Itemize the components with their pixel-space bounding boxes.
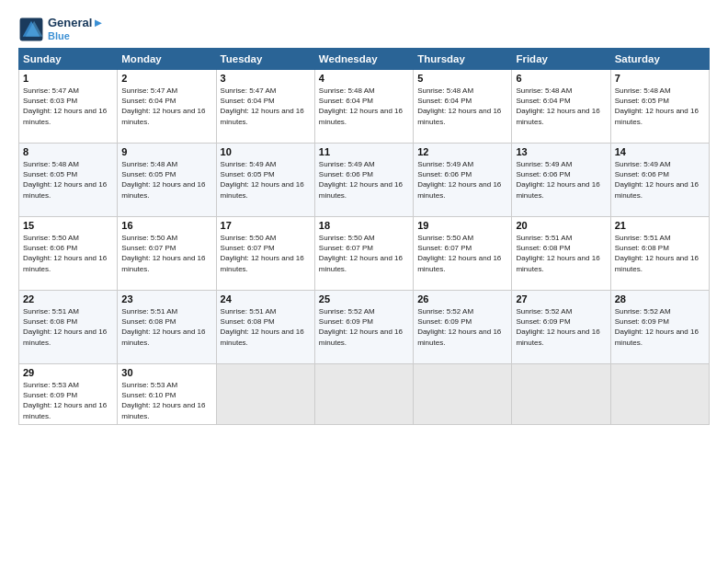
day-number: 5 xyxy=(417,73,507,84)
day-number: 2 xyxy=(121,73,211,84)
calendar-cell: 5 Sunrise: 5:48 AM Sunset: 6:04 PM Dayli… xyxy=(414,70,512,144)
calendar-cell: 8 Sunrise: 5:48 AM Sunset: 6:05 PM Dayli… xyxy=(19,144,118,217)
calendar-cell: 29 Sunrise: 5:53 AM Sunset: 6:09 PM Dayl… xyxy=(19,364,118,425)
col-monday: Monday xyxy=(118,49,216,70)
day-info: Sunrise: 5:51 AM Sunset: 6:08 PM Dayligh… xyxy=(615,233,705,274)
day-number: 12 xyxy=(417,146,507,157)
day-info: Sunrise: 5:49 AM Sunset: 6:06 PM Dayligh… xyxy=(516,159,606,201)
day-info: Sunrise: 5:50 AM Sunset: 6:07 PM Dayligh… xyxy=(121,233,211,274)
day-info: Sunrise: 5:53 AM Sunset: 6:09 PM Dayligh… xyxy=(23,380,113,421)
calendar-cell: 13 Sunrise: 5:49 AM Sunset: 6:06 PM Dayl… xyxy=(512,144,610,217)
col-wednesday: Wednesday xyxy=(314,49,413,70)
calendar-cell: 10 Sunrise: 5:49 AM Sunset: 6:05 PM Dayl… xyxy=(216,144,314,217)
day-info: Sunrise: 5:48 AM Sunset: 6:05 PM Dayligh… xyxy=(23,159,113,201)
day-number: 18 xyxy=(319,220,409,231)
calendar-cell: 6 Sunrise: 5:48 AM Sunset: 6:04 PM Dayli… xyxy=(512,70,610,144)
calendar-cell: 11 Sunrise: 5:49 AM Sunset: 6:06 PM Dayl… xyxy=(314,144,413,217)
day-number: 21 xyxy=(615,220,705,231)
calendar-week-2: 8 Sunrise: 5:48 AM Sunset: 6:05 PM Dayli… xyxy=(19,144,710,217)
calendar-cell: 30 Sunrise: 5:53 AM Sunset: 6:10 PM Dayl… xyxy=(118,364,216,425)
day-number: 10 xyxy=(221,146,311,157)
day-info: Sunrise: 5:48 AM Sunset: 6:05 PM Dayligh… xyxy=(121,159,211,201)
calendar-cell: 28 Sunrise: 5:52 AM Sunset: 6:09 PM Dayl… xyxy=(610,291,709,364)
day-number: 14 xyxy=(615,146,705,157)
day-number: 23 xyxy=(121,293,211,304)
day-info: Sunrise: 5:52 AM Sunset: 6:09 PM Dayligh… xyxy=(319,306,409,348)
day-info: Sunrise: 5:47 AM Sunset: 6:04 PM Dayligh… xyxy=(221,86,311,127)
day-info: Sunrise: 5:49 AM Sunset: 6:05 PM Dayligh… xyxy=(221,159,311,201)
day-number: 4 xyxy=(319,73,409,84)
calendar-cell: 25 Sunrise: 5:52 AM Sunset: 6:09 PM Dayl… xyxy=(314,291,413,364)
col-thursday: Thursday xyxy=(414,49,512,70)
day-info: Sunrise: 5:53 AM Sunset: 6:10 PM Dayligh… xyxy=(121,380,211,421)
calendar-cell: 14 Sunrise: 5:49 AM Sunset: 6:06 PM Dayl… xyxy=(610,144,709,217)
calendar-cell: 23 Sunrise: 5:51 AM Sunset: 6:08 PM Dayl… xyxy=(118,291,216,364)
calendar-cell: 15 Sunrise: 5:50 AM Sunset: 6:06 PM Dayl… xyxy=(19,217,118,291)
col-saturday: Saturday xyxy=(610,49,709,70)
header: General► Blue xyxy=(18,17,710,42)
day-number: 22 xyxy=(23,293,113,304)
calendar-cell: 1 Sunrise: 5:47 AM Sunset: 6:03 PM Dayli… xyxy=(19,70,118,144)
calendar-cell xyxy=(216,364,314,425)
calendar-cell: 3 Sunrise: 5:47 AM Sunset: 6:04 PM Dayli… xyxy=(216,70,314,144)
day-info: Sunrise: 5:50 AM Sunset: 6:07 PM Dayligh… xyxy=(417,233,507,274)
calendar-table: Sunday Monday Tuesday Wednesday Thursday… xyxy=(18,48,710,425)
day-info: Sunrise: 5:48 AM Sunset: 6:04 PM Dayligh… xyxy=(319,86,409,127)
day-info: Sunrise: 5:49 AM Sunset: 6:06 PM Dayligh… xyxy=(319,159,409,201)
calendar-cell: 17 Sunrise: 5:50 AM Sunset: 6:07 PM Dayl… xyxy=(216,217,314,291)
calendar-cell: 26 Sunrise: 5:52 AM Sunset: 6:09 PM Dayl… xyxy=(414,291,512,364)
calendar-cell: 12 Sunrise: 5:49 AM Sunset: 6:06 PM Dayl… xyxy=(414,144,512,217)
calendar-week-5: 29 Sunrise: 5:53 AM Sunset: 6:09 PM Dayl… xyxy=(19,364,710,425)
day-info: Sunrise: 5:47 AM Sunset: 6:04 PM Dayligh… xyxy=(121,86,211,127)
calendar-cell: 16 Sunrise: 5:50 AM Sunset: 6:07 PM Dayl… xyxy=(118,217,216,291)
day-info: Sunrise: 5:52 AM Sunset: 6:09 PM Dayligh… xyxy=(615,306,705,348)
logo: General► Blue xyxy=(18,17,104,42)
calendar-cell: 27 Sunrise: 5:52 AM Sunset: 6:09 PM Dayl… xyxy=(512,291,610,364)
col-tuesday: Tuesday xyxy=(216,49,314,70)
calendar-week-1: 1 Sunrise: 5:47 AM Sunset: 6:03 PM Dayli… xyxy=(19,70,710,144)
day-info: Sunrise: 5:50 AM Sunset: 6:06 PM Dayligh… xyxy=(23,233,113,274)
calendar-week-3: 15 Sunrise: 5:50 AM Sunset: 6:06 PM Dayl… xyxy=(19,217,710,291)
day-info: Sunrise: 5:52 AM Sunset: 6:09 PM Dayligh… xyxy=(417,306,507,348)
day-number: 8 xyxy=(23,146,113,157)
day-info: Sunrise: 5:51 AM Sunset: 6:08 PM Dayligh… xyxy=(221,306,311,348)
day-info: Sunrise: 5:51 AM Sunset: 6:08 PM Dayligh… xyxy=(516,233,606,274)
day-number: 9 xyxy=(121,146,211,157)
day-info: Sunrise: 5:51 AM Sunset: 6:08 PM Dayligh… xyxy=(121,306,211,348)
day-number: 11 xyxy=(319,146,409,157)
day-number: 16 xyxy=(121,220,211,231)
calendar-cell: 18 Sunrise: 5:50 AM Sunset: 6:07 PM Dayl… xyxy=(314,217,413,291)
day-number: 30 xyxy=(121,367,211,378)
day-number: 28 xyxy=(615,293,705,304)
day-number: 15 xyxy=(23,220,113,231)
day-number: 19 xyxy=(417,220,507,231)
day-info: Sunrise: 5:49 AM Sunset: 6:06 PM Dayligh… xyxy=(615,159,705,201)
day-info: Sunrise: 5:51 AM Sunset: 6:08 PM Dayligh… xyxy=(23,306,113,348)
calendar-cell: 2 Sunrise: 5:47 AM Sunset: 6:04 PM Dayli… xyxy=(118,70,216,144)
calendar-cell: 4 Sunrise: 5:48 AM Sunset: 6:04 PM Dayli… xyxy=(314,70,413,144)
day-number: 6 xyxy=(516,73,606,84)
day-number: 29 xyxy=(23,367,113,378)
calendar-cell: 9 Sunrise: 5:48 AM Sunset: 6:05 PM Dayli… xyxy=(118,144,216,217)
calendar-cell xyxy=(512,364,610,425)
day-number: 24 xyxy=(221,293,311,304)
day-number: 1 xyxy=(23,73,113,84)
day-number: 3 xyxy=(221,73,311,84)
day-number: 25 xyxy=(319,293,409,304)
calendar-cell xyxy=(414,364,512,425)
day-info: Sunrise: 5:47 AM Sunset: 6:03 PM Dayligh… xyxy=(23,86,113,127)
calendar-cell xyxy=(314,364,413,425)
day-info: Sunrise: 5:52 AM Sunset: 6:09 PM Dayligh… xyxy=(516,306,606,348)
calendar-cell: 7 Sunrise: 5:48 AM Sunset: 6:05 PM Dayli… xyxy=(610,70,709,144)
day-info: Sunrise: 5:50 AM Sunset: 6:07 PM Dayligh… xyxy=(319,233,409,274)
day-number: 17 xyxy=(221,220,311,231)
day-info: Sunrise: 5:48 AM Sunset: 6:04 PM Dayligh… xyxy=(516,86,606,127)
day-info: Sunrise: 5:48 AM Sunset: 6:05 PM Dayligh… xyxy=(615,86,705,127)
day-number: 13 xyxy=(516,146,606,157)
calendar-cell: 20 Sunrise: 5:51 AM Sunset: 6:08 PM Dayl… xyxy=(512,217,610,291)
calendar-cell: 21 Sunrise: 5:51 AM Sunset: 6:08 PM Dayl… xyxy=(610,217,709,291)
logo-text: General► Blue xyxy=(48,17,104,42)
calendar-cell: 19 Sunrise: 5:50 AM Sunset: 6:07 PM Dayl… xyxy=(414,217,512,291)
col-friday: Friday xyxy=(512,49,610,70)
header-row: Sunday Monday Tuesday Wednesday Thursday… xyxy=(19,49,710,70)
